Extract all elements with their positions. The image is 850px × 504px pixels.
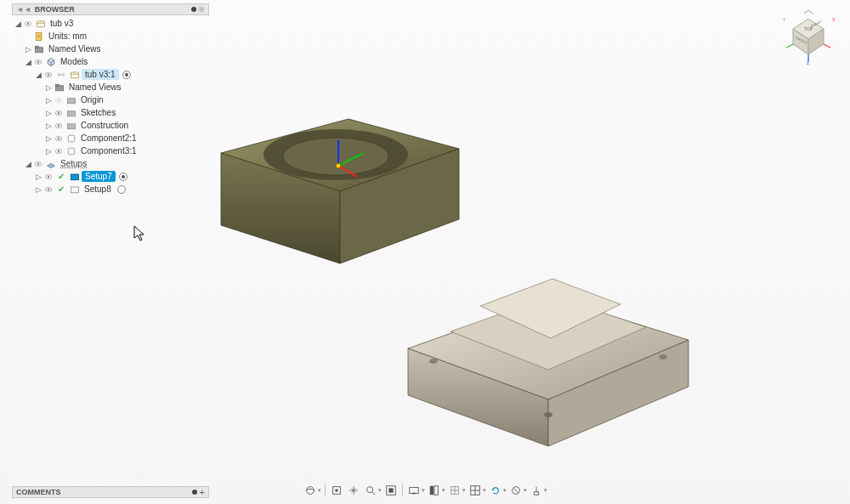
tree-construction[interactable]: ▷ Construction [12,119,209,132]
component-icon [34,19,48,29]
refresh-icon[interactable] [488,483,503,498]
body-icon [65,146,78,156]
tree-sketches[interactable]: ▷ Sketches [12,106,209,119]
svg-point-71 [367,487,373,493]
dropdown-icon[interactable]: ▾ [544,487,547,494]
link-icon [54,70,68,80]
folder-icon [65,108,78,118]
visibility-icon[interactable] [42,71,54,79]
chevron-right-icon[interactable]: ▷ [24,45,32,54]
svg-rect-21 [37,21,45,27]
object-visibility-icon[interactable] [529,483,544,498]
active-radio[interactable] [117,185,126,194]
tree-label: Named Views [66,82,124,92]
svg-point-17 [201,8,203,11]
tree-setup8[interactable]: ▷ ✔ Setup8 [12,183,209,195]
svg-rect-74 [388,488,393,492]
svg-point-40 [58,111,60,114]
browser-header[interactable]: ◄◄ BROWSER [12,3,209,15]
browser-gear-icon[interactable] [198,6,205,13]
look-at-icon[interactable] [329,483,344,498]
tree-setup7[interactable]: ▷ ✔ Setup7 [12,170,209,183]
chevron-right-icon[interactable]: ▷ [34,173,42,181]
tree-component3[interactable]: ▷ Component3:1 [12,144,209,157]
comments-options-dot[interactable] [192,490,197,495]
orbit-icon[interactable] [303,483,318,498]
chevron-down-icon[interactable]: ◢ [24,58,32,66]
body-icon [65,133,78,144]
tree-models[interactable]: ◢ Models [12,55,209,68]
svg-point-49 [58,150,60,152]
active-radio[interactable] [119,173,128,181]
visibility-off-icon[interactable] [53,96,65,105]
display-settings-icon[interactable] [406,483,422,498]
tree-label: Construction [78,121,131,130]
setup-icon [68,184,82,195]
visual-style-icon[interactable] [427,483,442,498]
svg-rect-41 [68,110,76,116]
chevron-right-icon[interactable]: ▷ [44,109,53,117]
zoom-icon[interactable] [363,483,378,498]
chevron-down-icon[interactable]: ◢ [24,160,32,168]
visibility-icon[interactable] [53,122,65,130]
visibility-icon[interactable] [22,20,34,28]
comments-panel-header[interactable]: COMMENTS + [12,486,209,498]
dropdown-icon[interactable]: ▾ [462,487,466,494]
svg-rect-23 [36,32,42,40]
tree-root[interactable]: ◢ tub v3 [12,17,209,30]
visibility-icon[interactable] [53,134,65,143]
effects-icon[interactable] [508,483,524,498]
visibility-icon[interactable] [42,173,54,181]
checkmark-icon: ✔ [54,184,68,194]
expand-icon[interactable]: + [200,487,205,497]
grid-snap-icon[interactable] [447,483,462,498]
chevron-right-icon[interactable]: ▷ [34,185,42,194]
svg-point-43 [58,124,60,127]
chevron-down-icon[interactable]: ◢ [34,71,42,79]
tree-setups[interactable]: ◢ Setups [12,157,209,170]
panel-collapse-icon[interactable]: ◄◄ [16,5,31,14]
chevron-right-icon[interactable]: ▷ [44,147,53,156]
viewports-icon[interactable] [468,483,483,498]
visibility-icon[interactable] [53,147,65,156]
svg-rect-38 [68,98,76,103]
dropdown-icon[interactable]: ▾ [442,487,445,494]
svg-rect-78 [434,486,438,496]
svg-point-52 [37,162,40,165]
tree-component2[interactable]: ▷ Component2:1 [12,132,209,144]
tree-units[interactable]: Units: mm [12,30,209,42]
tree-named-views-2[interactable]: ▷ Named Views [12,81,209,93]
dropdown-icon[interactable]: ▾ [483,487,486,494]
svg-rect-77 [430,486,434,496]
view-cube[interactable]: TOP FRONT RIGHT X Y Z [780,8,836,65]
chevron-right-icon[interactable]: ▷ [44,96,53,105]
svg-point-37 [58,99,60,101]
tree-named-views[interactable]: ▷ Named Views [12,42,209,55]
dropdown-icon[interactable]: ▾ [503,487,507,494]
chevron-right-icon[interactable]: ▷ [44,122,53,130]
dropdown-icon[interactable]: ▾ [422,487,425,494]
active-radio[interactable] [122,71,131,79]
tree-label: Component2:1 [78,133,139,143]
browser-options-dot[interactable] [191,7,196,12]
dropdown-icon[interactable]: ▾ [318,487,321,494]
chevron-right-icon[interactable]: ▷ [44,134,53,143]
chevron-down-icon[interactable]: ◢ [14,20,22,28]
tree-origin[interactable]: ▷ Origin [12,93,209,106]
visibility-icon[interactable] [32,160,44,168]
dropdown-icon[interactable]: ▾ [524,487,527,494]
dropdown-icon[interactable]: ▾ [378,487,382,494]
fit-icon[interactable] [383,483,399,498]
tree-model-instance[interactable]: ◢ tub v3:1 [12,68,209,81]
svg-text:Z: Z [807,60,809,65]
svg-text:Y: Y [783,17,786,22]
visibility-icon[interactable] [42,185,54,194]
chevron-right-icon[interactable]: ▷ [44,83,53,92]
model-part-core[interactable] [400,246,697,459]
pan-icon[interactable] [346,483,361,498]
visibility-icon[interactable] [53,109,65,117]
visibility-icon[interactable] [32,58,44,66]
svg-point-20 [27,22,30,25]
tree-label: Named Views [46,44,104,54]
svg-point-68 [307,487,314,495]
